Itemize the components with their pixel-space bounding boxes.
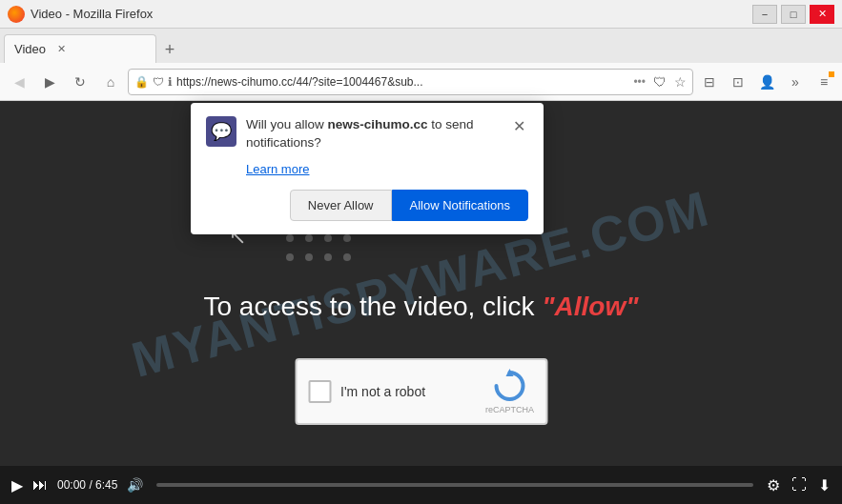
learn-more-link[interactable]: Learn more <box>246 162 528 176</box>
home-button[interactable]: ⌂ <box>97 69 124 95</box>
more-icon[interactable]: ••• <box>633 75 646 89</box>
controls-right: ⚙ ⛶ ⬇ <box>767 476 831 494</box>
popup-message: Will you allow news-cihumo.cc to send no… <box>246 116 500 152</box>
star-icon[interactable]: ☆ <box>674 74 687 90</box>
never-allow-button[interactable]: Never Allow <box>290 190 392 221</box>
notification-popup: 💬 Will you allow news-cihumo.cc to send … <box>191 103 544 234</box>
allow-notifications-button[interactable]: Allow Notifications <box>392 190 529 221</box>
titlebar: Video - Mozilla Firefox − □ ✕ <box>0 0 842 29</box>
firefox-icon <box>8 6 25 23</box>
recaptcha-badge-text: reCAPTCHA <box>485 405 534 414</box>
time-display: 00:00 / 6:45 <box>57 478 117 492</box>
popup-close-button[interactable]: ✕ <box>509 116 528 135</box>
popup-header: 💬 Will you allow news-cihumo.cc to send … <box>206 116 528 152</box>
titlebar-title: Video - Mozilla Firefox <box>31 7 153 21</box>
titlebar-left: Video - Mozilla Firefox <box>8 6 153 23</box>
new-tab-button[interactable]: + <box>156 36 183 63</box>
recaptcha-label: I'm not a robot <box>340 384 425 399</box>
extensions-button[interactable]: » <box>783 70 808 94</box>
forward-button[interactable]: ▶ <box>36 69 63 95</box>
volume-button[interactable]: 🔊 <box>127 477 143 493</box>
video-message: To access to the video, click "Allow" <box>203 292 638 322</box>
address-bar[interactable]: 🔒 🛡 ℹ https://news-cihumo.cc/44/?site=10… <box>128 69 693 95</box>
security-icon: 🔒 <box>134 75 149 89</box>
recaptcha-logo <box>492 369 526 403</box>
active-tab[interactable]: Video ✕ <box>4 34 156 63</box>
tab-label: Video <box>14 42 46 56</box>
recaptcha-left: I'm not a robot <box>308 380 425 403</box>
tabbar: Video ✕ + <box>0 29 842 63</box>
video-message-prefix: To access to the video, click <box>203 292 542 321</box>
toolbar: ◀ ▶ ↻ ⌂ 🔒 🛡 ℹ https://news-cihumo.cc/44/… <box>0 63 842 101</box>
popup-buttons: Never Allow Allow Notifications <box>206 190 528 221</box>
video-allow-text: "Allow" <box>542 292 638 321</box>
menu-button[interactable]: ≡ <box>811 70 836 94</box>
settings-button[interactable]: ⚙ <box>767 476 780 494</box>
close-button[interactable]: ✕ <box>810 5 834 24</box>
popup-domain: news-cihumo.cc <box>328 117 428 131</box>
maximize-button[interactable]: □ <box>781 5 806 24</box>
recaptcha-right: reCAPTCHA <box>485 369 534 414</box>
account-icon[interactable]: 👤 <box>754 70 779 94</box>
shield-icon: 🛡 <box>153 75 164 89</box>
shield-toolbar-icon[interactable]: 🛡 <box>653 74 667 90</box>
download-button[interactable]: ⬇ <box>818 476 831 494</box>
recaptcha-box[interactable]: I'm not a robot reCAPTCHA <box>295 358 547 425</box>
url-display[interactable]: https://news-cihumo.cc/44/?site=1004467&… <box>176 75 629 89</box>
recaptcha-checkbox[interactable] <box>308 380 331 403</box>
tab-close-button[interactable]: ✕ <box>53 42 69 57</box>
library-icon[interactable]: ⊟ <box>697 70 722 94</box>
reload-button[interactable]: ↻ <box>67 69 93 95</box>
popup-message-prefix: Will you allow <box>246 117 328 131</box>
total-time: 6:45 <box>95 478 117 492</box>
video-controls: ▶ ⏭ 00:00 / 6:45 🔊 ⚙ ⛶ ⬇ <box>0 466 842 504</box>
info-icon: ℹ <box>168 75 173 89</box>
sync-icon[interactable]: ⊡ <box>726 70 750 94</box>
back-button[interactable]: ◀ <box>6 69 32 95</box>
current-time: 00:00 <box>57 478 86 492</box>
next-button[interactable]: ⏭ <box>32 476 48 494</box>
fullscreen-button[interactable]: ⛶ <box>791 476 807 494</box>
progress-bar[interactable] <box>156 483 753 487</box>
minimize-button[interactable]: − <box>752 5 777 24</box>
titlebar-controls: − □ ✕ <box>752 5 834 24</box>
popup-chat-icon: 💬 <box>206 116 236 147</box>
play-button[interactable]: ▶ <box>11 476 23 494</box>
